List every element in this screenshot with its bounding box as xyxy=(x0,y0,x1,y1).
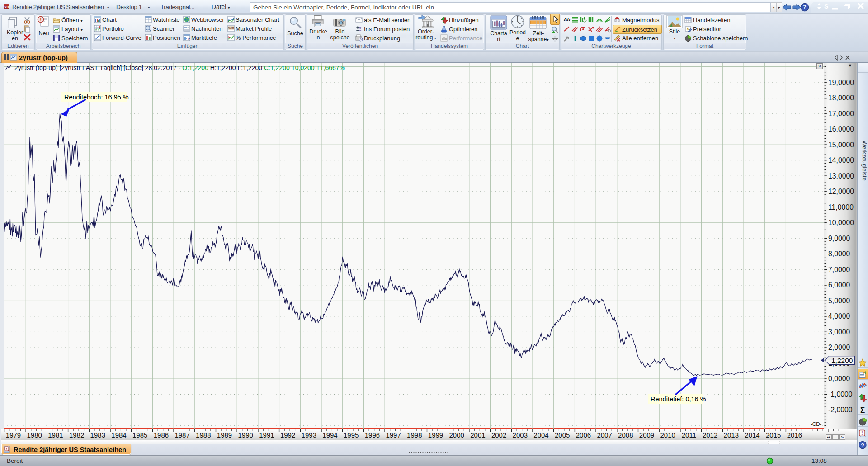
svg-text:2016: 2016 xyxy=(787,431,802,439)
svg-text:-1,0000: -1,0000 xyxy=(828,391,853,398)
svg-text:2001: 2001 xyxy=(470,431,485,439)
svg-text:!: ! xyxy=(40,17,42,22)
svg-text:1989: 1989 xyxy=(217,431,232,439)
svg-text:7,0000: 7,0000 xyxy=(828,266,850,273)
svg-text:2,0000: 2,0000 xyxy=(828,344,850,351)
svg-text:1986: 1986 xyxy=(154,431,169,439)
svg-text:2012: 2012 xyxy=(703,431,717,439)
svg-text:2013: 2013 xyxy=(724,431,739,439)
svg-text:1985: 1985 xyxy=(132,431,147,439)
svg-text:1979: 1979 xyxy=(6,431,21,439)
svg-text:1,2200: 1,2200 xyxy=(831,357,853,364)
svg-text:Renditehoch: 16,95 %: Renditehoch: 16,95 % xyxy=(64,94,129,101)
svg-text:2004: 2004 xyxy=(533,431,548,439)
svg-text:!: ! xyxy=(861,431,863,436)
svg-text:1996: 1996 xyxy=(365,431,380,439)
svg-text:2011: 2011 xyxy=(682,431,696,439)
svg-text:2007: 2007 xyxy=(597,431,612,439)
svg-text:1994: 1994 xyxy=(322,431,337,439)
svg-text:?: ? xyxy=(803,4,806,10)
svg-text:16,0000: 16,0000 xyxy=(828,125,854,133)
svg-text:4,0000: 4,0000 xyxy=(828,312,850,320)
svg-text:-2,0000: -2,0000 xyxy=(828,406,853,414)
svg-text:13,0000: 13,0000 xyxy=(828,172,854,180)
svg-text:18,0000: 18,0000 xyxy=(828,94,854,102)
svg-text:8,0000: 8,0000 xyxy=(828,250,850,258)
svg-text:1982: 1982 xyxy=(69,431,84,439)
svg-text:1983: 1983 xyxy=(90,431,105,439)
svg-text:2014: 2014 xyxy=(745,431,760,439)
svg-text:1992: 1992 xyxy=(280,431,295,439)
svg-text:1984: 1984 xyxy=(111,431,126,439)
svg-text:2003: 2003 xyxy=(513,431,528,439)
svg-text:2005: 2005 xyxy=(555,431,570,439)
svg-text:OCR: OCR xyxy=(228,27,235,30)
svg-text:11,0000: 11,0000 xyxy=(828,203,854,211)
svg-text:Σ: Σ xyxy=(860,406,865,414)
svg-text:Ab: Ab xyxy=(563,17,571,22)
svg-text:14,0000: 14,0000 xyxy=(828,156,854,164)
svg-text:6,0000: 6,0000 xyxy=(828,281,850,289)
svg-text:9,0000: 9,0000 xyxy=(828,235,850,242)
svg-text:1991: 1991 xyxy=(259,431,274,439)
svg-text:1980: 1980 xyxy=(27,431,42,439)
svg-text:!: ! xyxy=(6,447,7,451)
svg-text:2015: 2015 xyxy=(766,431,781,439)
svg-text:1998: 1998 xyxy=(407,431,422,439)
svg-text:1999: 1999 xyxy=(428,431,443,439)
svg-text:1990: 1990 xyxy=(238,431,253,439)
svg-text:2008: 2008 xyxy=(618,431,633,439)
svg-text:-CD-: -CD- xyxy=(811,421,821,427)
svg-text:S: S xyxy=(824,3,828,10)
svg-text:10,0000: 10,0000 xyxy=(828,219,854,226)
svg-text:2009: 2009 xyxy=(639,431,654,439)
svg-text:1988: 1988 xyxy=(196,431,211,439)
svg-text:1981: 1981 xyxy=(48,431,63,439)
svg-text:?: ? xyxy=(861,442,864,449)
svg-text:2010: 2010 xyxy=(660,431,675,439)
svg-text:1993: 1993 xyxy=(302,431,316,439)
svg-text:12,0000: 12,0000 xyxy=(828,188,854,195)
svg-text:1997: 1997 xyxy=(386,431,401,439)
svg-text:2006: 2006 xyxy=(576,431,591,439)
svg-text:0,0000: 0,0000 xyxy=(828,375,850,382)
svg-text:2000: 2000 xyxy=(449,431,464,439)
svg-text:15,0000: 15,0000 xyxy=(828,141,854,149)
svg-text:5,0000: 5,0000 xyxy=(828,297,850,305)
svg-text:Renditetief: 0,16 %: Renditetief: 0,16 % xyxy=(651,395,706,403)
svg-text:3,0000: 3,0000 xyxy=(828,328,850,336)
svg-text:F: F xyxy=(188,37,190,41)
svg-text:2002: 2002 xyxy=(491,431,506,439)
svg-text:1995: 1995 xyxy=(344,431,359,439)
svg-text:1987: 1987 xyxy=(175,431,189,439)
svg-text:17,0000: 17,0000 xyxy=(828,110,854,118)
svg-text:19,0000: 19,0000 xyxy=(828,79,854,86)
